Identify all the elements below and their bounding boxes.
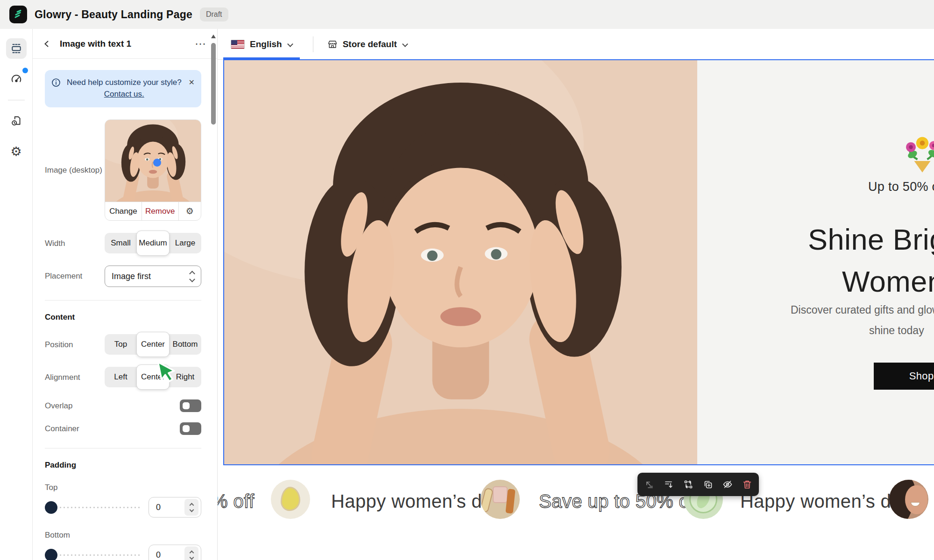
stepper-icon[interactable] [184,546,198,560]
position-label: Position [45,334,105,355]
scrollbar-thumb[interactable] [211,43,216,125]
width-segmented-control: Small Medium Large [105,233,201,253]
content-section-heading: Content [45,313,201,322]
shop-now-button[interactable]: Shop now [874,363,934,390]
cursor-pointer-icon [153,359,177,385]
info-icon [51,78,61,87]
position-option-top[interactable]: Top [105,334,137,355]
delete-icon[interactable] [742,479,752,490]
sidebar-item-history[interactable] [6,111,27,131]
marquee-section[interactable]: % off Happy women’s day Save up to 50% o… [218,471,934,530]
store-label: Store default [343,39,397,49]
help-banner: Need help customize your style? Contact … [45,70,201,107]
close-icon[interactable]: ✕ [189,77,195,100]
alignment-field-row: Alignment Left Center Right [45,367,201,387]
store-selector[interactable]: Store default [327,39,407,49]
tab-language[interactable]: English [223,29,300,59]
sidebar-item-settings[interactable]: ⚙ [6,141,27,162]
section-toolbar [637,473,759,496]
contact-us-link[interactable]: Contact us. [104,90,144,98]
sidebar-item-sections[interactable] [6,38,27,59]
alignment-option-left[interactable]: Left [105,367,137,387]
performance-icon [10,73,22,85]
image-settings-icon[interactable]: ⚙ [179,202,201,220]
placement-select[interactable]: Image first [105,266,201,287]
back-icon[interactable] [43,40,50,48]
width-option-medium[interactable]: Medium [137,231,169,255]
width-option-large[interactable]: Large [169,233,201,253]
padding-bottom-value: 0 [156,550,161,560]
toggle-knob [183,425,190,432]
image-actions: Change Remove ⚙ [105,202,201,220]
chevron-down-icon [287,41,293,47]
width-label: Width [45,233,105,253]
icon-rail: ⚙ [0,29,33,560]
sections-icon [10,42,22,55]
marquee-text-offcut: % off [218,491,254,512]
move-up-icon[interactable] [644,479,654,490]
overlap-label: Overlap [45,400,105,412]
help-banner-text: Need help customize your style? Contact … [65,77,183,100]
more-options-icon[interactable]: ⋯ [195,37,207,50]
image-field-row: Image (desktop) Change Remove ⚙ [45,119,201,221]
overlap-toggle[interactable] [180,399,201,412]
position-field-row: Position Top Center Bottom [45,334,201,355]
padding-top-row: 0 [45,497,201,518]
padding-top-label: Top [45,483,201,492]
container-toggle[interactable] [180,422,201,435]
hero-title-line1: Shine Brig [808,223,934,256]
language-label: English [250,39,282,49]
hide-icon[interactable] [722,479,733,490]
panel-header: Image with text 1 ⋯ [33,29,217,59]
reorder-icon[interactable] [664,479,674,490]
slider-track [45,507,140,508]
topbar-divider [313,36,313,52]
marquee-image-products [481,480,520,519]
padding-top-input[interactable]: 0 [149,497,201,518]
width-field-row: Width Small Medium Large [45,233,201,253]
swap-icon[interactable] [683,479,693,490]
hero-title-line2: Women [842,265,934,298]
padding-bottom-label: Bottom [45,531,201,540]
stepper-icon[interactable] [184,499,198,516]
padding-top-slider[interactable] [45,501,140,514]
duplicate-icon[interactable] [703,479,713,490]
padding-bottom-slider[interactable] [45,549,140,560]
slider-knob[interactable] [45,549,57,560]
bouquet-icon [903,135,934,174]
scrollbar-up-arrow[interactable] [211,35,216,38]
hero-description-line1: Discover curated gifts and glowin [791,304,934,316]
image-thumbnail[interactable] [105,120,201,202]
app-logo-icon[interactable] [9,6,27,23]
panel-scrollbar[interactable] [211,33,216,560]
hero-description-line2: shine today [869,324,924,337]
position-option-bottom[interactable]: Bottom [169,334,201,355]
sidebar-item-performance[interactable] [6,69,27,90]
overlap-field-row: Overlap [45,399,201,412]
width-option-small[interactable]: Small [105,233,137,253]
hero-section-selected[interactable]: Up to 50% off Shine Brig Women Discover … [223,59,934,465]
change-image-button[interactable]: Change [105,202,142,220]
padding-bottom-row: 0 [45,545,201,560]
select-chevrons-icon [190,272,194,281]
container-label: Container [45,423,105,434]
panel-title: Image with text 1 [60,39,131,49]
page-title: Glowry - Beauty Landing Page [35,8,192,21]
remove-image-button[interactable]: Remove [142,202,179,220]
divider [45,448,201,448]
app-window: Glowry - Beauty Landing Page Draft [0,0,934,560]
marquee-text-happy-2: Happy women’s day [740,491,911,512]
preview-topbar: English Store default [218,29,934,60]
notification-dot [22,68,28,73]
position-option-center[interactable]: Center [137,332,169,357]
padding-bottom-input[interactable]: 0 [149,545,201,560]
marquee-image-smiling-woman [889,480,928,519]
preview-canvas: English Store default [218,29,934,560]
hero-image[interactable] [224,60,697,464]
marquee-text-happy-1: Happy women’s day [331,491,502,512]
chevron-down-icon [402,41,408,47]
placement-field-row: Placement Image first [45,266,201,287]
help-text: Need help customize your style? [67,78,182,87]
settings-icon: ⚙ [10,146,21,158]
slider-knob[interactable] [45,501,57,514]
